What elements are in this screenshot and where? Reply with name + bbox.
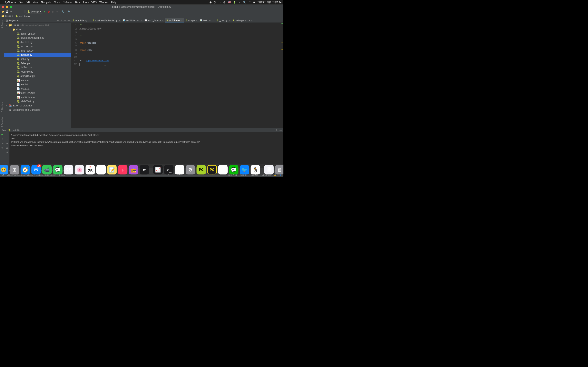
siri-icon[interactable]: ◉	[253, 1, 255, 3]
save-icon[interactable]: 💾	[5, 10, 9, 13]
dock-pycharm-icon[interactable]: PC	[208, 165, 217, 174]
menu-help[interactable]: Help	[111, 1, 117, 4]
tree-item-hello-py[interactable]: 🐍hello.py	[4, 57, 71, 61]
tree-item-stringtest-py[interactable]: 🐍stringTest.py	[4, 74, 71, 78]
menu-navigate[interactable]: Navigate	[41, 1, 51, 4]
down-arrow-icon[interactable]: ↓	[7, 138, 8, 140]
rerun-icon[interactable]: ▶	[1, 133, 3, 136]
dock-podcasts-icon[interactable]: 📻	[129, 165, 138, 174]
clock-icon[interactable]: ◷	[223, 1, 225, 3]
debug-button[interactable]: 🐞	[47, 10, 51, 13]
dock-pycharm-ce-icon[interactable]: PC	[197, 165, 206, 174]
input-flag-icon[interactable]: 🇺🇸	[228, 1, 231, 3]
breadcrumb-root[interactable]: bilibili	[5, 15, 11, 17]
tree-item-functest-py[interactable]: 🐍funcTest.py	[4, 49, 71, 53]
dock-settings-icon[interactable]: ⚙	[186, 165, 195, 174]
chevron-down-icon[interactable]: ▾	[17, 19, 18, 22]
dock-facetime-icon[interactable]: 📹	[42, 165, 52, 174]
tree-item-gethttp-py[interactable]: 🐍getHttp.py	[4, 53, 71, 57]
stop-icon[interactable]: ■	[55, 10, 59, 13]
nav-back-icon[interactable]: ←	[16, 10, 19, 13]
collapse-icon[interactable]: ⇕	[61, 19, 62, 22]
menu-view[interactable]: View	[33, 1, 38, 4]
menu-file[interactable]: File	[19, 1, 23, 4]
tree-item-dicttest-py[interactable]: 🐍dictTest.py	[4, 40, 71, 44]
tree-item-test-txt[interactable]: 📄test.txt	[4, 82, 71, 87]
record-icon[interactable]: ◉	[209, 1, 212, 3]
dock-terminal-icon[interactable]: >_	[164, 165, 173, 174]
dock-launchpad-icon[interactable]: ⊞	[10, 165, 19, 174]
dock-chrome-icon[interactable]: ◎	[175, 165, 184, 174]
coverage-icon[interactable]: ◐	[51, 10, 54, 13]
tree-item-bilibili[interactable]: ▾📁bilibili~/Documents/me/spider/bilibili	[4, 23, 71, 27]
trash-icon[interactable]: 🗑	[6, 151, 8, 154]
up-arrow-icon[interactable]: ↑	[7, 133, 8, 136]
wechat-tray-icon[interactable]: ⋯	[219, 1, 221, 3]
dock-mail-icon[interactable]: ✉26	[31, 165, 41, 174]
tree-item-video[interactable]: ▸📁video	[4, 27, 71, 32]
editor-tab-readfile-py[interactable]: 🐍readFile.py×	[71, 18, 91, 23]
dock-thunderbird-icon[interactable]: 🐦	[240, 165, 249, 174]
gear-icon[interactable]: ⚙	[276, 129, 278, 131]
search-everywhere-icon[interactable]: 🔍	[67, 10, 71, 13]
editor-error-stripe[interactable]	[281, 23, 284, 128]
tree-item-ifelse-py[interactable]: 🐍ifelse.py	[4, 61, 71, 66]
tree-item-listtest-py[interactable]: 🐍listTest.py	[4, 66, 71, 70]
close-tab-icon[interactable]: ×	[141, 19, 142, 21]
refresh-icon[interactable]: ⟳	[9, 10, 13, 13]
editor-tab-test2_24-csv[interactable]: 📊test2_24.csv×	[143, 18, 165, 23]
close-tab-icon[interactable]: ×	[229, 19, 230, 21]
spotlight-icon[interactable]: 🔍	[243, 1, 246, 3]
dock-safari-icon[interactable]: 🧭	[21, 165, 30, 174]
gear-icon[interactable]: ⚙	[64, 19, 66, 22]
dock-tv-icon[interactable]: tv	[140, 165, 149, 174]
tabs-overflow[interactable]: ▾≡1	[248, 18, 255, 23]
control-center-icon[interactable]: ☰	[249, 1, 251, 3]
open-icon[interactable]: 📂	[1, 10, 5, 13]
dock-zip-icon[interactable]: 🗄	[264, 165, 274, 174]
run-config-selector[interactable]: 🐍 getHttp ▾	[26, 10, 42, 13]
dock-photos-icon[interactable]: 🌸	[75, 165, 84, 174]
editor-tab-csvreadandwrite-py[interactable]: 🐍csvReadAndWrite.py×	[91, 18, 121, 23]
dock-notes-icon[interactable]: 📝	[107, 165, 117, 174]
tree-item-test2_24-csv[interactable]: 📊test2_24.csv	[4, 91, 71, 95]
run-output[interactable]: /Users/yi/opt/anaconda3/bin/python /User…	[9, 132, 283, 168]
minimize-window-button[interactable]	[6, 6, 8, 8]
nav-forward-icon[interactable]: →	[20, 10, 23, 13]
tree-item-testwrite-csv[interactable]: 📊testWrite.csv	[4, 95, 71, 99]
wifi-icon[interactable]: ᯤ	[238, 1, 241, 3]
editor-tab-test-csv[interactable]: 📊test.csv×	[199, 18, 215, 23]
tree-item-forloop-py[interactable]: 🐍forLoop.py	[4, 44, 71, 49]
battery-icon[interactable]: 🔋	[233, 1, 236, 3]
hide-icon[interactable]: —	[279, 129, 282, 131]
favorites-tool-tab[interactable]: 2: Favorites	[1, 116, 3, 128]
close-tab-icon[interactable]: ×	[88, 19, 90, 21]
tree-item-test-csv[interactable]: 📊test.csv	[4, 78, 71, 82]
close-tab-icon[interactable]: ×	[181, 19, 182, 21]
tree-item-csvreadandwrite-py[interactable]: 🐍csvReadAndWrite.py	[4, 36, 71, 40]
dock-reminders-icon[interactable]: ☑	[96, 165, 106, 174]
dock-maps-icon[interactable]: 🗺	[64, 165, 73, 174]
close-tab-icon[interactable]: ×	[119, 19, 120, 21]
exit-icon[interactable]: ⏏	[1, 142, 3, 145]
menu-window[interactable]: Window	[99, 1, 109, 4]
structure-tool-tab[interactable]: 7: Structure	[1, 101, 3, 113]
tree-item-external-libraries[interactable]: ▸📚External Libraries	[4, 104, 71, 108]
dock-wechat-icon[interactable]: 💬	[229, 165, 238, 174]
run-button[interactable]: ▶	[43, 10, 46, 13]
project-tool-tab[interactable]: 1: Project	[1, 19, 3, 29]
dock-music-icon[interactable]: ♪	[118, 165, 127, 174]
hide-icon[interactable]: —	[68, 19, 70, 22]
breadcrumb-file[interactable]: getHttp.py	[19, 15, 30, 17]
close-tab-icon[interactable]: ×	[213, 19, 214, 21]
dock-trash-icon[interactable]: 🗑	[275, 165, 283, 174]
editor-tab-_csv-py[interactable]: 🐍_csv.py×	[215, 18, 231, 23]
target-icon[interactable]: ⊕	[57, 19, 59, 22]
code-editor[interactable]: """ python 获取网络请求 """ import requests im…	[78, 23, 283, 128]
tree-item-scratches-and-consoles[interactable]: 🗂Scratches and Consoles	[4, 108, 71, 112]
print-icon[interactable]: 🖶	[6, 147, 8, 150]
app-name[interactable]: PyCharm	[5, 1, 16, 4]
close-window-button[interactable]	[2, 6, 4, 8]
dock-qq-icon[interactable]: 🐧	[251, 165, 260, 174]
dock-calendar-icon[interactable]: 2月25	[86, 165, 95, 174]
